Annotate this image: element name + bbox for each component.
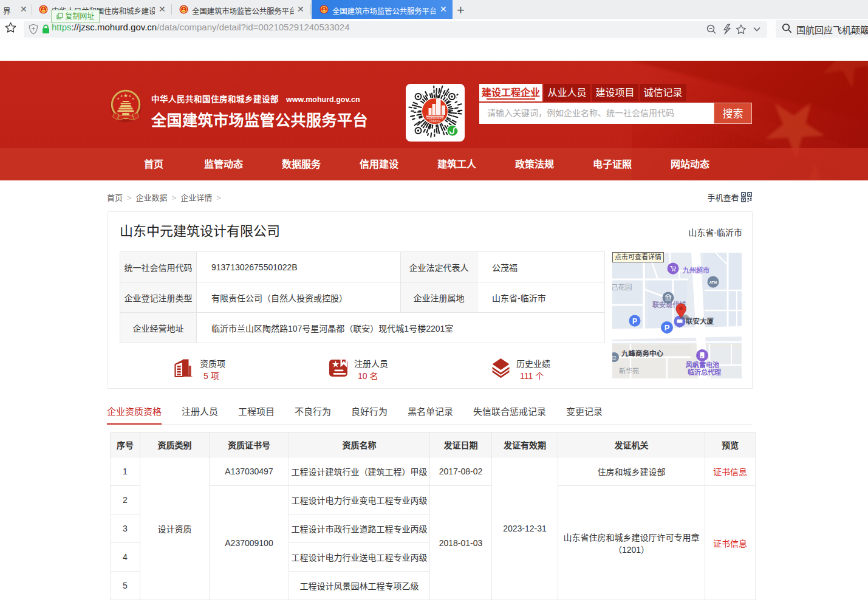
svg-text:新华苑: 新华苑 — [619, 367, 639, 375]
svg-text:临沂总代理: 临沂总代理 — [688, 368, 721, 376]
svg-text:全国建筑市场监管: 全国建筑市场监管 — [426, 117, 444, 120]
svg-text:公共服务平台: 公共服务平台 — [429, 120, 440, 123]
svg-text:九峰商务中心: 九峰商务中心 — [621, 349, 663, 357]
svg-text:ATM: ATM — [709, 281, 717, 284]
svg-text:◫: ◫ — [612, 355, 617, 360]
svg-text:P: P — [665, 323, 670, 332]
svg-text:风帆蓄电池: 风帆蓄电池 — [686, 361, 719, 369]
svg-text:联安大厦: 联安大厦 — [686, 317, 714, 325]
svg-text:九州超市: 九州超市 — [682, 266, 709, 274]
svg-text:P: P — [632, 317, 637, 326]
svg-text:己花园: 己花园 — [612, 284, 632, 291]
